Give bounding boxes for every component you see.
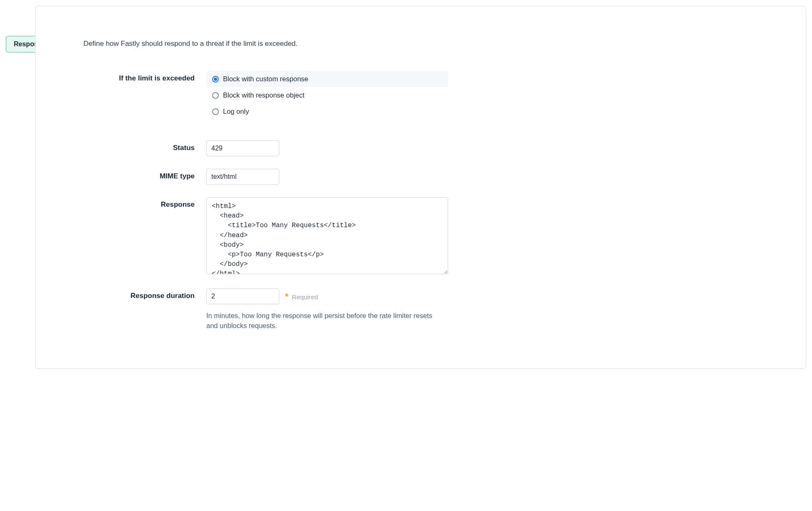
row-mime-type: MIME type (52, 169, 789, 185)
required-asterisk-icon: * (285, 292, 288, 301)
response-duration-input[interactable] (206, 288, 279, 304)
label-response-duration: Response duration (52, 288, 206, 300)
required-text: Required (292, 293, 318, 301)
respond-panel: Define how Fastly should respond to a th… (35, 6, 806, 369)
radio-block-custom-response[interactable]: Block with custom response (206, 71, 448, 87)
label-mime-type: MIME type (52, 169, 206, 180)
row-response-duration: Response duration * Required In minutes,… (52, 288, 789, 331)
radio-label: Block with custom response (223, 75, 308, 83)
section-description: Define how Fastly should respond to a th… (83, 40, 789, 48)
row-status: Status (52, 140, 789, 156)
response-duration-helper: In minutes, how long the response will p… (206, 311, 442, 331)
radio-icon (212, 108, 219, 115)
label-limit-exceeded: If the limit is exceeded (52, 71, 206, 83)
radio-log-only[interactable]: Log only (206, 103, 448, 120)
radio-icon (212, 92, 219, 99)
response-textarea[interactable]: <html> <head> <title>Too Many Requests</… (206, 197, 448, 274)
radio-block-response-object[interactable]: Block with response object (206, 87, 448, 103)
row-response: Response <html> <head> <title>Too Many R… (52, 197, 789, 276)
label-response: Response (52, 197, 206, 209)
row-limit-exceeded: If the limit is exceeded Block with cust… (52, 71, 789, 120)
status-input[interactable] (206, 140, 279, 156)
radio-label: Block with response object (223, 91, 304, 99)
limit-exceeded-options: Block with custom response Block with re… (206, 71, 448, 120)
radio-icon (212, 76, 219, 83)
label-status: Status (52, 140, 206, 152)
mime-type-input[interactable] (206, 169, 279, 185)
radio-label: Log only (223, 108, 249, 115)
